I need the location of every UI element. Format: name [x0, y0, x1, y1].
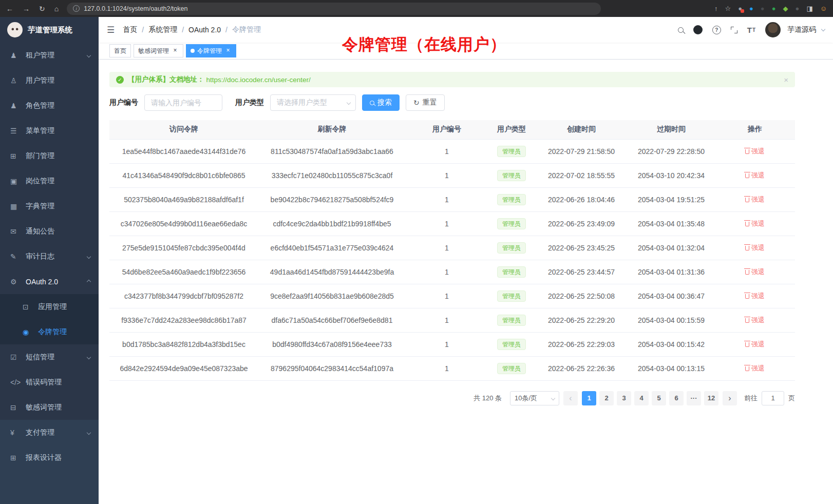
force-logout-button[interactable]: 强退: [745, 219, 765, 228]
app-title: 芋道管理系统: [28, 25, 72, 35]
twitter-extension-icon[interactable]: ●: [749, 5, 753, 12]
sidebar-item-user[interactable]: ♙用户管理: [0, 68, 99, 93]
search-icon[interactable]: [678, 27, 684, 33]
table-row: 54d6be82ee5a460a9aedc1f9bf22365649d1aa46…: [109, 260, 795, 284]
extension-icon[interactable]: ●: [738, 5, 742, 12]
extension-green-icon[interactable]: ●: [772, 5, 776, 12]
access-token-cell: b0d1785bc3a8482f812db4a3f3bd15ec: [109, 332, 258, 356]
search-button[interactable]: 搜索: [362, 94, 400, 111]
reset-button[interactable]: ↻重置: [406, 94, 445, 111]
sidebar-item-oauth2[interactable]: ⚙OAuth 2.0: [0, 269, 99, 294]
sidebar-item-error-code[interactable]: </>错误码管理: [0, 370, 99, 395]
sidebar-item-menu[interactable]: ☰菜单管理: [0, 118, 99, 143]
table-row: 1ea5e44f8bc1467aaede43144f31de76811c5304…: [109, 139, 795, 163]
column-header: 用户类型: [488, 120, 535, 139]
profile-avatar-icon[interactable]: ☺: [820, 5, 827, 12]
sidebar-item-oauth2-token[interactable]: ◉令牌管理: [0, 319, 99, 344]
breadcrumb-item[interactable]: 首页: [123, 25, 137, 34]
sidebar-item-role[interactable]: ♟角色管理: [0, 93, 99, 118]
force-logout-button[interactable]: 强退: [745, 171, 765, 180]
refresh-token-cell: 8796295f04064c2983414cc54af1097a: [258, 356, 406, 380]
help-icon[interactable]: ?: [712, 26, 721, 34]
close-icon[interactable]: ×: [172, 47, 179, 54]
page-button[interactable]: 5: [652, 391, 666, 405]
sidebar-item-dict[interactable]: ▦字典管理: [0, 193, 99, 219]
tab-token[interactable]: 令牌管理×: [186, 44, 236, 57]
column-header: 过期时间: [628, 120, 715, 139]
create-time-cell: 2022-06-25 22:29:20: [535, 308, 628, 332]
user-name[interactable]: 芋道源码: [787, 25, 816, 34]
page-button[interactable]: 3: [617, 391, 631, 405]
sidebar-item-sensitive-word[interactable]: ⊟敏感词管理: [0, 395, 99, 420]
sidebar-item-notice[interactable]: ✉通知公告: [0, 219, 99, 244]
extension-gray-icon[interactable]: ●: [796, 5, 800, 12]
site-info-icon[interactable]: i: [73, 5, 80, 12]
breadcrumb-item[interactable]: 系统管理: [148, 25, 177, 34]
force-logout-button[interactable]: 强退: [745, 243, 765, 253]
next-page-button[interactable]: ›: [723, 391, 737, 405]
user-id-input[interactable]: [144, 94, 222, 111]
page-button[interactable]: 2: [599, 391, 614, 405]
sidebar-item-audit-log[interactable]: ✎审计日志: [0, 244, 99, 269]
page-button[interactable]: 1: [582, 391, 596, 405]
forward-icon[interactable]: →: [23, 5, 30, 12]
tab-sensitive-word[interactable]: 敏感词管理×: [134, 44, 183, 57]
delete-icon: [745, 270, 749, 275]
extension-dark-icon[interactable]: ●: [761, 5, 765, 12]
goto-page-input[interactable]: [762, 391, 784, 405]
reload-icon[interactable]: ↻: [39, 5, 45, 12]
close-icon[interactable]: ×: [784, 75, 788, 84]
github-icon[interactable]: [693, 25, 703, 34]
close-icon[interactable]: ×: [224, 47, 232, 54]
sidebar-collapse-icon[interactable]: ☰: [107, 25, 115, 35]
more-pages-button[interactable]: ···: [687, 391, 701, 405]
address-bar[interactable]: i 127.0.0.1:1024/system/oauth2/token: [67, 3, 601, 15]
annotation-text: 令牌管理（在线用户）: [342, 34, 506, 55]
force-logout-button[interactable]: 强退: [745, 147, 765, 156]
split-view-icon[interactable]: ◨: [806, 5, 812, 12]
table-row: f9336e7c7dd242a283ee98dc86b17a87dfa6c71a…: [109, 308, 795, 332]
share-icon[interactable]: ↑: [714, 5, 718, 12]
create-time-cell: 2022-06-25 22:26:36: [535, 356, 628, 380]
back-icon[interactable]: ←: [6, 5, 13, 12]
breadcrumb-item[interactable]: OAuth 2.0: [188, 26, 221, 34]
force-logout-button[interactable]: 强退: [745, 195, 765, 204]
user-avatar[interactable]: [765, 22, 781, 37]
create-time-cell: 2022-06-25 23:49:09: [535, 211, 628, 236]
page-button[interactable]: 4: [634, 391, 649, 405]
app-logo[interactable]: 芋道管理系统: [0, 17, 99, 43]
page-button[interactable]: 12: [704, 391, 718, 405]
expire-time-cell: 2054-03-04 00:15:59: [628, 308, 715, 332]
access-token-cell: 6d842e2924594de9a09e45e087323abe: [109, 356, 258, 380]
user-type-badge: 管理员: [497, 194, 526, 205]
doc-link[interactable]: https://doc.iocoder.cn/user-center/: [206, 76, 311, 84]
refresh-token-cell: 333ecfc71e02480cb11055c875c3ca0f: [258, 163, 406, 187]
font-size-icon[interactable]: TT: [747, 26, 755, 34]
page-size-select[interactable]: 10条/页: [510, 391, 559, 405]
force-logout-button[interactable]: 强退: [745, 364, 765, 373]
sidebar-item-tenant[interactable]: ♟租户管理: [0, 43, 99, 68]
sidebar-item-report-designer[interactable]: ⊞报表设计器: [0, 445, 99, 470]
sidebar-item-sms[interactable]: ☑短信管理: [0, 344, 99, 370]
force-logout-button[interactable]: 强退: [745, 340, 765, 349]
sidebar-item-pay[interactable]: ¥支付管理: [0, 420, 99, 445]
sidebar-item-oauth2-app[interactable]: ⊡应用管理: [0, 294, 99, 319]
sidebar-item-post[interactable]: ▣岗位管理: [0, 168, 99, 193]
user-type-cell: 管理员: [488, 187, 535, 211]
action-cell: 强退: [715, 308, 795, 332]
force-logout-button[interactable]: 强退: [745, 292, 765, 301]
page-button[interactable]: 6: [669, 391, 684, 405]
home-icon[interactable]: ⌂: [54, 5, 59, 12]
sidebar-item-label: 短信管理: [26, 353, 54, 362]
tab-home[interactable]: 首页: [109, 44, 131, 57]
force-logout-button[interactable]: 强退: [745, 267, 765, 277]
puzzle-extension-icon[interactable]: ◆: [783, 5, 788, 12]
user-type-select[interactable]: 请选择用户类型: [270, 94, 356, 111]
force-logout-button[interactable]: 强退: [745, 316, 765, 325]
fullscreen-icon[interactable]: [731, 27, 737, 33]
bookmark-star-icon[interactable]: ☆: [725, 5, 731, 12]
access-token-cell: f9336e7c7dd242a283ee98dc86b17a87: [109, 308, 258, 332]
chevron-down-icon[interactable]: [821, 27, 825, 31]
sidebar-item-dept[interactable]: ⊞部门管理: [0, 143, 99, 168]
prev-page-button[interactable]: ‹: [563, 391, 578, 405]
